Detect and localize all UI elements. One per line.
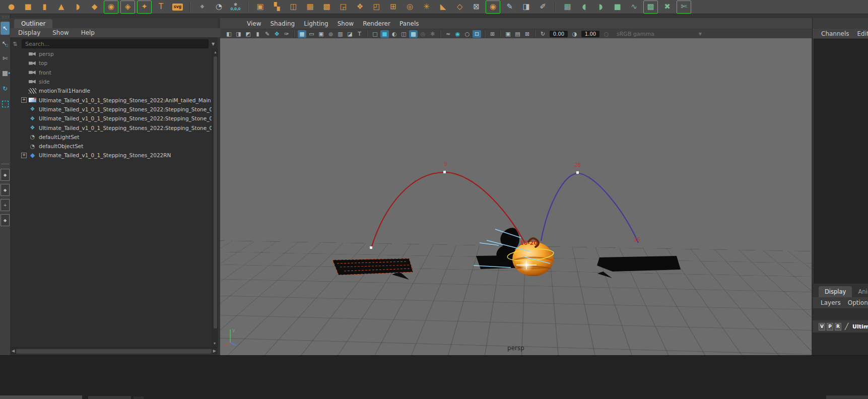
viewport-menu-lighting[interactable]: Lighting <box>304 20 328 27</box>
sculpt-wax-brush-button[interactable]: ∿ <box>627 1 641 14</box>
outliner-item-stone-02[interactable]: ❖Ultimate_Tailed_v1_0_1_Stepping_Stones_… <box>10 114 212 123</box>
render-region-button[interactable]: ⊠ <box>523 30 531 38</box>
grease-pencil-button[interactable]: ✑ <box>282 30 291 38</box>
marquee-select-button[interactable]: ⊞ <box>488 30 497 38</box>
outliner-item-stone-03[interactable]: ❖Ultimate_Tailed_v1_0_1_Stepping_Stones_… <box>10 123 212 132</box>
target-weld-tool-button[interactable]: ⊠ <box>469 1 484 14</box>
transfer-attributes-button[interactable]: ◉ <box>486 1 500 14</box>
layers-menu[interactable]: Layers <box>821 299 841 306</box>
outliner-menu-display[interactable]: Display <box>18 29 40 36</box>
sculpt-brush-button[interactable]: ◖ <box>577 1 591 14</box>
contrast-toggle-button[interactable]: ◑ <box>570 30 579 38</box>
outliner-item-reference-node[interactable]: ◆Ultimate_Tailed_v1_0_1_Stepping_Stones_… <box>10 151 212 160</box>
outliner-menu-show[interactable]: Show <box>52 29 69 36</box>
stepping-stone-01[interactable] <box>332 258 413 280</box>
snap-time-button[interactable]: ◔ <box>212 1 226 14</box>
sculpt-knife-brush-button[interactable]: ✄ <box>677 1 691 14</box>
poly-super-shape-button[interactable]: ✦ <box>137 1 152 14</box>
outliner-item-side[interactable]: side <box>10 77 212 86</box>
poly-sphere-button[interactable]: ● <box>4 1 19 14</box>
mesh-mirror-button[interactable]: ◫ <box>286 1 301 14</box>
layout-four-pane-button[interactable]: ◆ <box>1 184 10 196</box>
xray-display-button[interactable]: ▩ <box>409 30 418 38</box>
scale-tool[interactable] <box>1 97 10 110</box>
edit-menu[interactable]: Edit <box>857 30 868 37</box>
scroll-left-icon[interactable]: ◀ <box>12 349 15 353</box>
mesh-circularize-button[interactable]: ◎ <box>403 1 417 14</box>
exposure-field[interactable]: 0.00 <box>550 31 568 37</box>
mesh-separate-button[interactable]: ▚ <box>270 1 284 14</box>
layout-outliner-persp-button[interactable]: ◆ <box>1 214 10 226</box>
outliner-item-light-set[interactable]: ◔defaultLightSet <box>10 132 212 142</box>
outliner-item-motion-trail[interactable]: motionTrail1Handle <box>10 86 212 95</box>
scrollbar-thumb[interactable] <box>214 56 217 328</box>
camera-attributes-button[interactable]: ◧ <box>225 30 233 38</box>
expand-icon[interactable] <box>21 153 27 158</box>
search-input[interactable] <box>22 39 209 48</box>
sculpt-bulge-brush-button[interactable]: ■ <box>610 1 625 14</box>
scroll-up-icon[interactable]: ▴ <box>213 50 218 54</box>
tab-display[interactable]: Display <box>819 286 852 297</box>
multi-cut-tool-button[interactable]: ✳ <box>419 1 434 14</box>
outliner-item-top[interactable]: top <box>10 58 212 68</box>
outliner-menu-help[interactable]: Help <box>81 29 95 36</box>
outliner-item-front[interactable]: front <box>10 68 212 77</box>
layer-name[interactable]: Ultimate <box>852 323 868 330</box>
mesh-quadrangulate-button[interactable]: ◇ <box>452 1 467 14</box>
expand-icon[interactable] <box>21 97 27 103</box>
poly-type-button[interactable]: T <box>154 1 168 14</box>
mesh-triangulate-button[interactable]: ◣ <box>436 1 450 14</box>
snapshot-copy-button[interactable]: ▣ <box>504 30 512 38</box>
viewport-menu-view[interactable]: View <box>247 20 261 27</box>
poly-platonic-solid-button[interactable]: ◈ <box>120 1 135 14</box>
layer-reference-toggle[interactable]: R <box>835 323 841 330</box>
film-gate-button[interactable]: ▭ <box>307 30 316 38</box>
sculpt-scrape-brush-button[interactable]: ◗ <box>593 1 608 14</box>
view-transform-dropdown[interactable]: sRGB gamma <box>617 31 654 37</box>
poly-cube-button[interactable]: ■ <box>21 1 35 14</box>
layer-color-swatch-icon[interactable]: ╱ <box>843 323 850 330</box>
wireframe-on-shaded-button[interactable]: ◫ <box>399 30 408 38</box>
select-tool[interactable]: ↖ <box>1 22 10 35</box>
construction-plane-button[interactable]: ⌖ <box>195 1 210 14</box>
sculpt-foam-brush-button[interactable]: ▦ <box>560 1 575 14</box>
outliner-tab[interactable]: Outliner <box>14 19 52 28</box>
outliner-item-stone-01[interactable]: ❖Ultimate_Tailed_v1_0_1_Stepping_Stones_… <box>10 105 212 114</box>
isolate-select-button[interactable]: ⊡ <box>473 30 481 38</box>
reset-transforms-button[interactable]: ❄0,0,0 <box>228 1 243 14</box>
insert-edge-loop-tool-button[interactable]: ◨ <box>519 1 533 14</box>
snapshot-import-button[interactable]: ▤ <box>513 30 522 38</box>
motion-blur-button[interactable]: ○ <box>463 30 472 38</box>
gamma-field[interactable]: 1.00 <box>581 31 599 37</box>
tab-anim[interactable]: Anim <box>852 286 868 297</box>
viewport-menu-renderer[interactable]: Renderer <box>363 20 390 27</box>
poly-plane-button[interactable]: ◆ <box>87 1 102 14</box>
default-material-button[interactable]: ◎ <box>419 30 427 38</box>
hud-toggle-button[interactable]: T <box>355 30 364 38</box>
outliner-vertical-scrollbar[interactable]: ▴ ▾ <box>212 49 218 347</box>
paint-select-tool[interactable]: ✄ <box>1 52 10 65</box>
image-plane-button[interactable]: ◪ <box>346 30 354 38</box>
camera-lock-button[interactable]: ◨ <box>234 30 243 38</box>
layout-add-button[interactable]: + <box>1 199 10 211</box>
offset-edge-loop-tool-button[interactable]: ✐ <box>536 1 550 14</box>
crease-tool-button[interactable]: ✎ <box>502 1 517 14</box>
lasso-select-tool[interactable]: ↖○ <box>1 37 10 50</box>
move-tool[interactable] <box>1 67 10 80</box>
chevron-down-icon[interactable]: ▼ <box>699 32 702 36</box>
trail-keyframe-markers[interactable] <box>370 171 579 249</box>
poly-cone-button[interactable]: ▲ <box>54 1 69 14</box>
scroll-right-icon[interactable]: ▶ <box>213 349 216 353</box>
channel-box-list[interactable]: ······ <box>814 39 868 298</box>
outliner-item-persp[interactable]: persp <box>10 49 212 58</box>
mesh-reduce-button[interactable]: ▩ <box>319 1 334 14</box>
exposure-toggle-button[interactable]: ↻ <box>539 30 547 38</box>
display-layer-row[interactable]: V P R ╱ Ultimate <box>813 320 868 332</box>
sort-order-icon[interactable]: ⇅ <box>13 41 22 47</box>
mesh-smooth-button[interactable]: ❖ <box>353 1 367 14</box>
grid-toggle-button[interactable]: ▦ <box>298 30 306 38</box>
color-management-button[interactable]: ○ <box>602 30 611 38</box>
ambient-occlusion-button[interactable]: ◉ <box>453 30 462 38</box>
viewport-menu-shading[interactable]: Shading <box>270 20 295 27</box>
mesh-fill-hole-button[interactable]: ▦ <box>303 1 317 14</box>
